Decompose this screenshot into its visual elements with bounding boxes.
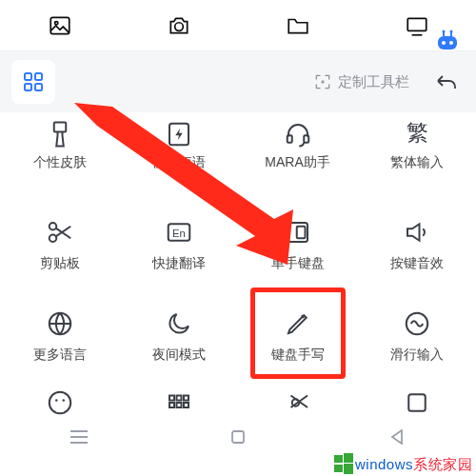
tool-swipe-input[interactable]: 滑行输入 <box>357 289 476 381</box>
tool-row: 个性皮肤 快捷短语 MARA助手 繁 繁体输入 <box>0 116 476 198</box>
monitor-icon <box>405 13 429 38</box>
tool-label: 更多语言 <box>33 347 87 364</box>
windows-logo-icon <box>334 453 355 474</box>
svg-rect-31 <box>184 396 188 401</box>
watermark-text: windows系统家园 <box>353 453 476 476</box>
tool-quick-translate[interactable]: En 快捷翻译 <box>119 198 238 289</box>
svg-text:繁: 繁 <box>406 121 427 145</box>
tool-key-sound[interactable]: 按键音效 <box>357 198 476 289</box>
tool-quick-phrase[interactable]: 快捷短语 <box>119 116 238 198</box>
svg-rect-36 <box>408 394 426 411</box>
watermark: windows系统家园 <box>334 453 476 476</box>
tool-item[interactable] <box>0 381 119 425</box>
tool-item[interactable] <box>238 381 357 425</box>
svg-point-2 <box>174 22 183 30</box>
tool-night-mode[interactable]: 夜间模式 <box>119 289 238 381</box>
brush-icon <box>46 120 74 149</box>
tool-mara-assistant[interactable]: MARA助手 <box>238 116 357 198</box>
tool-more-languages[interactable]: 更多语言 <box>0 289 119 381</box>
translate-icon: En <box>165 215 193 249</box>
tool-item[interactable] <box>357 381 476 425</box>
svg-rect-34 <box>184 403 188 407</box>
square-icon <box>403 386 431 420</box>
svg-rect-4 <box>438 36 457 50</box>
expand-icon <box>313 72 332 91</box>
tool-grid: 个性皮肤 快捷短语 MARA助手 繁 繁体输入 剪贴板 En 快捷翻译 单手键盘 <box>0 112 476 425</box>
speaker-icon <box>403 215 431 249</box>
tool-row: 更多语言 夜间模式 键盘手写 滑行输入 <box>0 289 476 381</box>
tool-keyboard-handwriting[interactable]: 键盘手写 <box>238 289 357 381</box>
moon-icon <box>165 307 193 341</box>
nav-menu[interactable] <box>1 430 158 444</box>
svg-rect-38 <box>232 431 244 443</box>
svg-point-5 <box>442 41 446 45</box>
folder-icon <box>286 13 310 38</box>
svg-point-27 <box>55 399 58 402</box>
svg-rect-39 <box>334 455 343 463</box>
back-button[interactable] <box>428 64 465 100</box>
nav-home[interactable] <box>159 429 316 445</box>
camera-icon <box>167 13 191 38</box>
tool-label: 繁体输入 <box>390 154 444 171</box>
globe-icon <box>46 307 74 341</box>
tool-row <box>0 381 476 425</box>
action-camera[interactable] <box>119 13 238 38</box>
svg-rect-32 <box>169 403 174 407</box>
customize-toolbar-button[interactable]: 定制工具栏 <box>313 72 409 91</box>
svg-rect-13 <box>53 123 66 132</box>
action-folder[interactable] <box>238 13 357 38</box>
svg-rect-10 <box>35 73 42 80</box>
one-hand-icon <box>284 215 312 249</box>
svg-rect-41 <box>334 465 343 472</box>
system-nav-bar <box>0 423 476 451</box>
tool-label: 夜间模式 <box>152 347 206 364</box>
emoji-icon <box>46 386 74 420</box>
lightning-note-icon <box>165 120 193 149</box>
svg-text:En: En <box>172 228 186 239</box>
traditional-char-icon: 繁 <box>403 120 431 149</box>
svg-point-1 <box>54 21 57 24</box>
svg-rect-15 <box>287 135 291 143</box>
svg-point-7 <box>443 30 446 33</box>
svg-rect-16 <box>304 135 308 143</box>
tool-label: 键盘手写 <box>271 347 325 364</box>
headset-icon <box>284 120 312 149</box>
pencil-icon <box>284 307 312 341</box>
action-bar <box>0 0 476 51</box>
svg-rect-30 <box>176 396 181 401</box>
tool-label: MARA助手 <box>265 154 329 171</box>
svg-rect-9 <box>25 73 31 80</box>
tool-clipboard[interactable]: 剪贴板 <box>0 198 119 289</box>
svg-rect-0 <box>50 17 69 33</box>
action-image[interactable] <box>0 13 119 38</box>
tool-label: 单手键盘 <box>271 255 325 272</box>
svg-rect-11 <box>25 84 31 90</box>
tool-label: 剪贴板 <box>40 255 80 272</box>
svg-rect-12 <box>35 84 42 90</box>
svg-rect-29 <box>169 396 174 401</box>
tool-label: 按键音效 <box>390 255 444 272</box>
svg-rect-23 <box>296 227 305 239</box>
image-icon <box>48 13 72 38</box>
tool-traditional-input[interactable]: 繁 繁体输入 <box>357 116 476 198</box>
tool-label: 滑行输入 <box>390 347 444 364</box>
keypad-icon <box>165 386 193 420</box>
nav-back[interactable] <box>318 429 475 445</box>
svg-point-8 <box>450 30 453 33</box>
tool-label: 个性皮肤 <box>33 154 87 171</box>
mic-icon <box>284 386 312 420</box>
wave-icon <box>403 307 431 341</box>
svg-point-26 <box>49 392 70 414</box>
scissors-icon <box>46 215 74 249</box>
svg-point-6 <box>449 41 453 45</box>
tool-row: 剪贴板 En 快捷翻译 单手键盘 按键音效 <box>0 198 476 289</box>
tool-label: 快捷短语 <box>152 154 206 171</box>
undo-icon <box>434 71 459 92</box>
tool-one-hand-keyboard[interactable]: 单手键盘 <box>238 198 357 289</box>
tool-header: 定制工具栏 <box>0 51 476 112</box>
tool-skin[interactable]: 个性皮肤 <box>0 116 119 198</box>
assistant-robot-icon[interactable] <box>432 27 463 57</box>
tool-item[interactable] <box>119 381 238 425</box>
grid-view-button[interactable] <box>11 60 55 104</box>
customize-toolbar-label: 定制工具栏 <box>338 73 409 91</box>
